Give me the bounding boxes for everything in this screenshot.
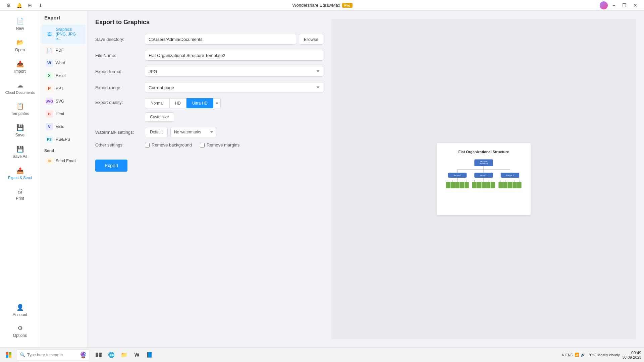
export-format-svg[interactable]: SVG SVG: [42, 95, 86, 108]
svg-rect-52: [6, 355, 8, 358]
export-format-word[interactable]: W Word: [42, 57, 86, 69]
quality-more-button[interactable]: [213, 98, 221, 108]
svg-rect-25: [465, 182, 469, 188]
sidebar-item-account[interactable]: 👤 Account: [2, 300, 38, 320]
minimize-button[interactable]: −: [609, 1, 619, 10]
svg-rect-36: [486, 182, 490, 188]
sidebar-item-print[interactable]: 🖨 Print: [2, 184, 38, 204]
export-format-ppt[interactable]: P PPT: [42, 82, 86, 95]
org-chart-svg: John Smith, Department Manager 1: [443, 158, 524, 207]
nav-bottom: 👤 Account ⚙ Options: [0, 297, 40, 345]
remove-margins-label[interactable]: Remove margins: [200, 142, 239, 147]
chevron-up-icon[interactable]: ∧: [561, 353, 564, 357]
svg-rect-46: [503, 182, 507, 188]
svg-rect-53: [9, 355, 11, 358]
taskbar-app-word[interactable]: W: [131, 349, 143, 361]
svg-rect-23: [455, 182, 460, 188]
sidebar-item-label-templates: Templates: [11, 111, 29, 116]
app-body: 📄 New 📂 Open 📥 Import ☁ Cloud Documents …: [0, 11, 644, 347]
eps-icon: PS: [46, 136, 53, 143]
sidebar-item-export[interactable]: 📤 Export & Send: [2, 164, 38, 183]
taskbar-app-extra[interactable]: 📘: [144, 349, 156, 361]
remove-background-label[interactable]: Remove background: [145, 142, 192, 147]
sidebar-item-open[interactable]: 📂 Open: [2, 36, 38, 56]
save-directory-input[interactable]: [145, 34, 296, 45]
save-directory-label: Save directory:: [95, 37, 142, 42]
file-name-input[interactable]: [145, 50, 323, 61]
export-format-visio-label: Visio: [56, 124, 64, 129]
close-button[interactable]: ✕: [631, 1, 640, 10]
taskbar-bing-icon: 🔮: [79, 351, 87, 359]
watermark-default-button[interactable]: Default: [145, 127, 168, 137]
main-content: Export to Graphics Save directory: Brows…: [87, 11, 644, 347]
svg-text:John Smith,: John Smith,: [480, 161, 488, 163]
svg-rect-57: [99, 355, 102, 357]
export-range-select[interactable]: Current page All pages Selected pages: [145, 82, 323, 93]
import-icon: 📥: [16, 60, 24, 68]
titlebar-controls: − ❐ ✕: [600, 1, 640, 10]
customize-row: Customize: [145, 110, 221, 122]
sidebar-item-label-import: Import: [14, 69, 25, 74]
sidebar-item-templates[interactable]: 📋 Templates: [2, 99, 38, 119]
svg-rect-54: [96, 353, 98, 355]
taskbar-search-box[interactable]: 🔍 🔮: [16, 350, 90, 360]
sidebar-item-save[interactable]: 💾 Save: [2, 121, 38, 141]
svg-text:Manager 3: Manager 3: [506, 174, 514, 176]
notification-icon[interactable]: 🔔: [15, 1, 23, 10]
taskbar-app-explorer[interactable]: 📁: [118, 349, 130, 361]
svg-rect-34: [477, 182, 481, 188]
sidebar-item-label-cloud: Cloud Documents: [5, 90, 35, 95]
start-button[interactable]: [3, 349, 15, 361]
export-format-eps-label: PS/EPS: [56, 137, 70, 142]
avatar[interactable]: [600, 1, 608, 9]
taskbar-right: ∧ ENG 📶 🔊 26°C Mostly cloudy 00:49 30-09…: [561, 351, 641, 359]
taskbar-search-input[interactable]: [27, 353, 77, 357]
download-icon[interactable]: ⬇: [36, 1, 45, 10]
export-format-excel-label: Excel: [56, 73, 65, 78]
export-format-select[interactable]: JPG PNG BMP GIF TIFF: [145, 66, 323, 77]
sidebar-item-options[interactable]: ⚙ Options: [2, 321, 38, 341]
remove-background-checkbox[interactable]: [145, 143, 150, 147]
sidebar-item-import[interactable]: 📥 Import: [2, 57, 38, 77]
watermark-select[interactable]: No watermarks Custom watermark: [170, 127, 216, 137]
svg-rect-22: [450, 182, 455, 188]
svg-rect-21: [446, 182, 450, 188]
quality-normal-button[interactable]: Normal: [145, 98, 169, 108]
sidebar-item-new[interactable]: 📄 New: [2, 14, 38, 34]
customize-button[interactable]: Customize: [145, 112, 174, 122]
sidebar-item-label-print: Print: [16, 196, 24, 201]
taskbar-clock[interactable]: 00:49 30-09-2023: [623, 351, 641, 359]
export-format-pdf[interactable]: 📄 PDF: [42, 44, 86, 57]
svg-rect-47: [508, 182, 512, 188]
wifi-icon: 📶: [575, 353, 579, 357]
export-format-html[interactable]: H Html: [42, 108, 86, 120]
restore-button[interactable]: ❐: [620, 1, 629, 10]
preview-card: Flat Organizational Structure John Smith…: [437, 143, 531, 215]
export-format-word-label: Word: [56, 61, 65, 65]
sidebar-item-label-new: New: [16, 26, 24, 31]
export-format-eps[interactable]: PS PS/EPS: [42, 133, 86, 146]
quality-hd-button[interactable]: HD: [169, 98, 186, 108]
sidebar-item-cloud[interactable]: ☁ Cloud Documents: [2, 78, 38, 98]
quality-ultra-button[interactable]: Ultra HD: [186, 98, 213, 108]
export-quality-label: Export quality:: [95, 98, 142, 105]
sidebar-item-saveas[interactable]: 💾 Save As: [2, 142, 38, 162]
svg-rect-24: [460, 182, 464, 188]
ppt-icon: P: [46, 85, 53, 92]
export-format-visio[interactable]: V Visio: [42, 120, 86, 133]
export-button[interactable]: Export: [95, 160, 127, 172]
grid-icon[interactable]: ⊞: [25, 1, 34, 10]
settings-icon[interactable]: ⚙: [4, 1, 13, 10]
browse-button[interactable]: Browse: [299, 34, 323, 45]
taskbar-app-taskview[interactable]: [93, 349, 105, 361]
taskbar-app-edge[interactable]: 🌐: [105, 349, 117, 361]
remove-margins-checkbox[interactable]: [200, 143, 205, 147]
export-format-excel[interactable]: X Excel: [42, 69, 86, 82]
svg-rect-50: [6, 352, 8, 355]
titlebar: ⚙ 🔔 ⊞ ⬇ Wondershare EdrawMax Pro − ❐ ✕: [0, 0, 644, 11]
export-format-graphics[interactable]: 🖼 Graphics (PNG, JPG e...: [42, 24, 86, 44]
send-email-item[interactable]: ✉ Send Email: [42, 155, 86, 167]
export-icon: 📤: [16, 167, 24, 174]
templates-icon: 📋: [16, 103, 24, 110]
export-format-graphics-label: Graphics (PNG, JPG e...: [56, 27, 82, 41]
